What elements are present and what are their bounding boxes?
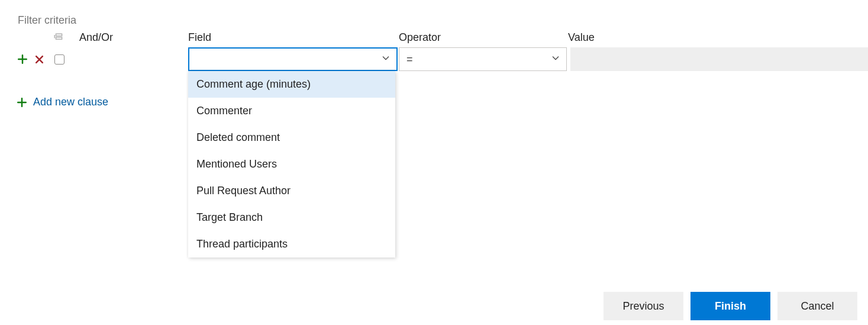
- add-clause-icon[interactable]: [17, 53, 28, 65]
- field-dropdown: Comment age (minutes)CommenterDeleted co…: [188, 71, 395, 258]
- plus-icon: [17, 97, 27, 108]
- field-option[interactable]: Thread participants: [188, 231, 395, 258]
- col-operator: Operator: [399, 31, 567, 47]
- field-option[interactable]: Target Branch: [188, 204, 395, 231]
- filter-criteria-panel: Filter criteria And/Or Field Operator Va…: [0, 0, 868, 325]
- svg-rect-0: [56, 34, 62, 36]
- svg-rect-1: [56, 37, 62, 39]
- field-option[interactable]: Commenter: [188, 98, 395, 124]
- operator-combobox-value: =: [406, 53, 413, 66]
- value-cell: [568, 47, 868, 71]
- chevron-down-icon: [381, 53, 391, 66]
- col-andor: And/Or: [79, 31, 187, 47]
- value-input-disabled: [570, 47, 868, 71]
- add-new-clause-label: Add new clause: [33, 96, 108, 108]
- row-actions: [11, 53, 52, 65]
- field-cell: Comment age (minutes)CommenterDeleted co…: [188, 47, 398, 71]
- field-option[interactable]: Deleted comment: [188, 124, 395, 151]
- chevron-down-icon: [551, 53, 560, 66]
- field-option[interactable]: Pull Request Author: [188, 178, 395, 204]
- operator-combobox[interactable]: =: [399, 47, 567, 71]
- criteria-grid: And/Or Field Operator Value: [11, 31, 857, 71]
- operator-cell: =: [399, 47, 567, 71]
- panel-title: Filter criteria: [18, 14, 857, 27]
- add-new-clause-link[interactable]: Add new clause: [17, 96, 857, 108]
- field-combobox[interactable]: [188, 47, 398, 71]
- remove-clause-icon[interactable]: [33, 53, 45, 65]
- finish-button[interactable]: Finish: [690, 292, 770, 320]
- clause-group-checkbox[interactable]: [54, 54, 64, 65]
- col-field: Field: [188, 31, 398, 47]
- col-value: Value: [568, 31, 868, 47]
- field-option[interactable]: Mentioned Users: [188, 151, 395, 178]
- cancel-button[interactable]: Cancel: [777, 292, 857, 320]
- footer-buttons: Previous Finish Cancel: [604, 292, 857, 320]
- group-icon: [53, 33, 64, 46]
- field-option[interactable]: Comment age (minutes): [188, 71, 395, 98]
- previous-button[interactable]: Previous: [604, 292, 683, 320]
